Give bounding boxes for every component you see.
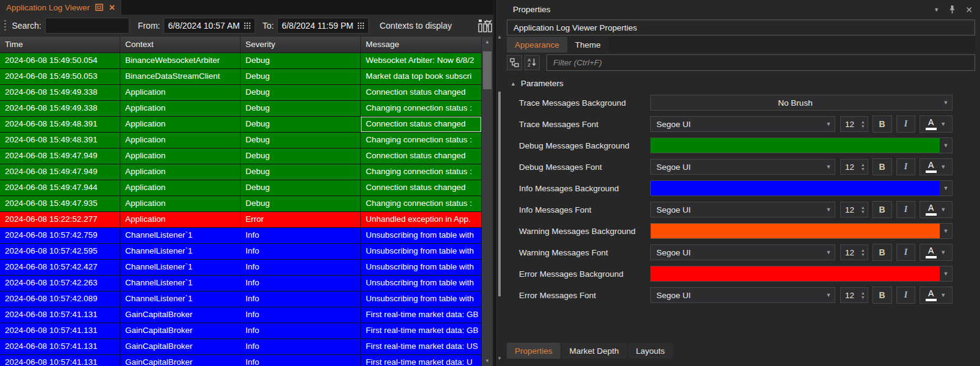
brush-dropdown[interactable]: ▼ — [650, 137, 953, 153]
font-size-spinner[interactable]: 12 ▲▼ — [840, 287, 868, 303]
cell-time[interactable]: 2024-06-08 15:49:47.935 — [0, 196, 120, 211]
cell-severity[interactable]: Info — [241, 307, 361, 323]
scroll-down-icon[interactable]: ▼ — [482, 356, 493, 366]
cell-severity[interactable]: Info — [241, 355, 361, 366]
cell-time[interactable]: 2024-06-08 10:57:42.595 — [0, 244, 120, 259]
dropdown-arrow-icon[interactable]: ▼ — [940, 95, 952, 110]
cell-severity[interactable]: Debug — [241, 196, 361, 211]
cell-severity[interactable]: Debug — [241, 133, 361, 148]
dropdown-arrow-icon[interactable]: ▼ — [940, 224, 952, 238]
italic-button[interactable]: I — [896, 158, 916, 175]
column-header-severity[interactable]: Severity — [241, 37, 361, 53]
tab-application-log-viewer[interactable]: Application Log Viewer ✕ — [0, 0, 122, 15]
float-window-icon[interactable] — [95, 4, 103, 11]
bold-button[interactable]: B — [873, 201, 892, 218]
cell-time[interactable]: 2024-06-08 10:57:42.427 — [0, 260, 120, 275]
cell-context[interactable]: ChannelListener`1 — [120, 244, 241, 259]
cell-context[interactable]: BinanceDataStreamClient — [120, 69, 241, 84]
spinner-up-icon[interactable]: ▲ — [861, 163, 865, 167]
parameters-section-header[interactable]: ▲ Parameters — [510, 79, 564, 88]
cell-time[interactable]: 2024-06-08 15:49:50.053 — [0, 69, 120, 84]
toolbar-grip[interactable] — [4, 20, 6, 31]
cell-context[interactable]: BinanceWebsocketArbiter — [120, 53, 241, 68]
cell-message[interactable]: First real-time market data: GB — [361, 307, 482, 323]
cell-message[interactable]: Connection status changed — [361, 117, 482, 132]
tab-layouts[interactable]: Layouts — [628, 343, 673, 359]
dropdown-arrow-icon[interactable]: ▼ — [940, 138, 952, 153]
cell-message[interactable]: Changing connection status : — [361, 196, 482, 211]
font-dropdown[interactable]: Segoe UI ▼ — [650, 159, 835, 175]
cell-time[interactable]: 2024-06-08 15:49:48.391 — [0, 117, 120, 132]
cell-message[interactable]: Market data top book subscri — [361, 69, 482, 84]
font-dropdown[interactable]: Segoe UI ▼ — [650, 202, 835, 218]
tab-market-depth[interactable]: Market Depth — [562, 343, 627, 359]
column-header-context[interactable]: Context — [120, 37, 241, 53]
cell-context[interactable]: Application — [120, 180, 241, 196]
search-input[interactable] — [45, 18, 129, 34]
cell-context[interactable]: Application — [120, 101, 241, 116]
cell-severity[interactable]: Info — [241, 244, 361, 259]
scroll-up-icon[interactable]: ▲ — [482, 37, 493, 47]
dropdown-arrow-icon[interactable]: ▼ — [940, 121, 947, 127]
cell-severity[interactable]: Info — [241, 323, 361, 339]
font-color-button[interactable]: A ▼ — [920, 115, 953, 133]
font-size-spinner[interactable]: 12 ▲▼ — [840, 244, 868, 260]
font-dropdown[interactable]: Segoe UI ▼ — [650, 287, 835, 303]
spinner-down-icon[interactable]: ▼ — [861, 124, 865, 128]
cell-time[interactable]: 2024-06-08 15:22:52.277 — [0, 212, 120, 227]
cell-message[interactable]: Connection status changed — [361, 148, 482, 164]
cell-context[interactable]: ChannelListener`1 — [120, 228, 241, 243]
font-size-spinner[interactable]: 12 ▲▼ — [840, 159, 868, 175]
italic-button[interactable]: I — [896, 115, 916, 133]
cell-time[interactable]: 2024-06-08 15:49:49.338 — [0, 101, 120, 116]
cell-message[interactable]: First real-time market data: US — [361, 339, 482, 354]
dropdown-arrow-icon[interactable]: ▼ — [822, 249, 835, 255]
brush-dropdown[interactable]: No Brush ▼ — [650, 95, 953, 111]
cell-severity[interactable]: Debug — [241, 117, 361, 132]
cell-time[interactable]: 2024-06-08 10:57:42.263 — [0, 276, 120, 291]
datepicker-icon[interactable] — [244, 22, 251, 29]
dropdown-arrow-icon[interactable]: ▼ — [940, 266, 952, 281]
cell-time[interactable]: 2024-06-08 15:49:48.391 — [0, 133, 120, 148]
cell-message[interactable]: Websocket Arbiter: Now 6/8/2 — [361, 53, 482, 68]
cell-context[interactable]: Application — [120, 212, 241, 227]
cell-time[interactable]: 2024-06-08 10:57:41.131 — [0, 323, 120, 339]
column-header-time[interactable]: Time — [0, 37, 120, 53]
cell-time[interactable]: 2024-06-08 15:49:47.944 — [0, 180, 120, 196]
cell-message[interactable]: Changing connection status : — [361, 133, 482, 148]
cell-severity[interactable]: Info — [241, 339, 361, 354]
cell-severity[interactable]: Debug — [241, 164, 361, 180]
cell-message[interactable]: Unsubscribing from table with — [361, 291, 482, 307]
cell-message[interactable]: Unsubscribing from table with — [361, 244, 482, 259]
bold-button[interactable]: B — [873, 287, 892, 304]
cell-context[interactable]: ChannelListener`1 — [120, 260, 241, 275]
font-color-button[interactable]: A ▼ — [920, 201, 953, 218]
cell-context[interactable]: ChannelListener`1 — [120, 291, 241, 307]
font-dropdown[interactable]: Segoe UI ▼ — [650, 116, 835, 132]
cell-context[interactable]: GainCapitalBroker — [120, 323, 241, 339]
cell-time[interactable]: 2024-06-08 10:57:42.089 — [0, 291, 120, 307]
scrollbar-thumb[interactable] — [483, 51, 492, 89]
font-size-spinner[interactable]: 12 ▲▼ — [840, 202, 868, 218]
brush-swatch[interactable]: No Brush — [651, 95, 940, 110]
cell-time[interactable]: 2024-06-08 15:49:50.054 — [0, 53, 120, 68]
panel-scroll-up-icon[interactable]: ▲ — [496, 34, 503, 40]
spinner-up-icon[interactable]: ▲ — [861, 120, 865, 124]
cell-message[interactable]: First real-time market data: U — [361, 355, 482, 366]
cell-message[interactable]: Connection status changed — [361, 180, 482, 196]
cell-message[interactable]: Connection status changed — [361, 85, 482, 100]
cell-time[interactable]: 2024-06-08 10:57:41.131 — [0, 339, 120, 354]
cell-time[interactable]: 2024-06-08 10:57:41.131 — [0, 307, 120, 323]
cell-context[interactable]: GainCapitalBroker — [120, 355, 241, 366]
dropdown-arrow-icon[interactable]: ▼ — [822, 164, 835, 170]
cell-severity[interactable]: Debug — [241, 101, 361, 116]
spinner-down-icon[interactable]: ▼ — [861, 252, 865, 257]
cell-severity[interactable]: Info — [241, 228, 361, 243]
categorized-view-button[interactable] — [507, 55, 522, 70]
cell-message[interactable]: Unsubscribing from table with — [361, 276, 482, 291]
font-dropdown[interactable]: Segoe UI ▼ — [650, 244, 835, 260]
cell-severity[interactable]: Error — [241, 212, 361, 227]
dropdown-arrow-icon[interactable]: ▼ — [940, 164, 947, 170]
pin-icon[interactable] — [949, 5, 956, 13]
italic-button[interactable]: I — [896, 201, 916, 218]
